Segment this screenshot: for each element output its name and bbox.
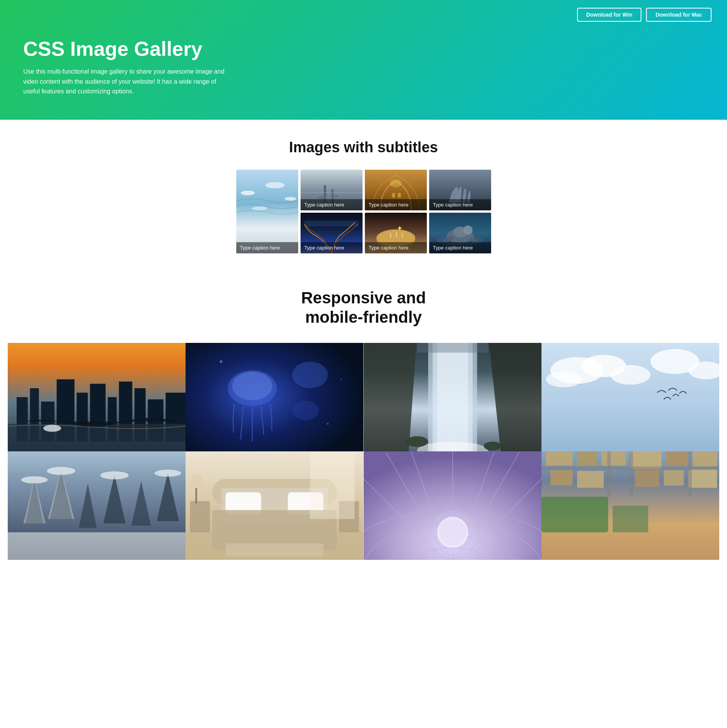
birds-sky-image <box>541 343 719 451</box>
svg-point-31 <box>463 225 473 235</box>
svg-rect-96 <box>226 543 324 556</box>
svg-point-113 <box>430 510 475 554</box>
svg-rect-13 <box>392 193 395 198</box>
svg-rect-115 <box>541 497 608 532</box>
svg-point-9 <box>332 195 339 197</box>
jellyfish-image <box>186 343 363 451</box>
gallery-caption-7: Type caption here <box>429 242 491 253</box>
mosaic-grid <box>8 343 719 560</box>
page-header: Download for Win Download for Mac CSS Im… <box>0 0 727 120</box>
svg-point-84 <box>155 470 181 477</box>
mosaic-item-city-aerial[interactable] <box>541 451 719 560</box>
mosaic-item-birds-sky[interactable] <box>541 343 719 451</box>
svg-point-83 <box>100 471 129 479</box>
svg-point-82 <box>47 467 75 475</box>
gallery-section: Images with subtitles <box>0 120 727 269</box>
svg-point-23 <box>399 227 401 229</box>
svg-point-8 <box>317 196 327 199</box>
svg-point-51 <box>292 361 328 388</box>
gallery-item-1[interactable]: Type caption here <box>236 170 298 253</box>
city-sunset-image <box>8 343 186 451</box>
svg-rect-122 <box>693 451 717 466</box>
svg-rect-127 <box>688 469 717 487</box>
aerial-ocean-image <box>236 170 298 253</box>
svg-rect-121 <box>666 451 688 466</box>
svg-rect-94 <box>196 488 198 503</box>
gallery-item-2[interactable]: Type caption here <box>301 170 363 210</box>
gallery-item-6[interactable]: Type caption here <box>365 213 427 253</box>
svg-rect-48 <box>186 343 363 451</box>
mosaic-item-dome[interactable] <box>364 451 541 560</box>
svg-point-12 <box>390 179 402 187</box>
svg-point-2 <box>265 182 285 188</box>
svg-rect-126 <box>663 470 684 485</box>
gallery-caption-6: Type caption here <box>365 242 427 253</box>
mosaic-item-snowy-forest[interactable] <box>8 451 186 560</box>
svg-rect-116 <box>612 506 648 532</box>
gallery-caption-3: Type caption here <box>365 199 427 210</box>
svg-rect-125 <box>635 469 659 487</box>
svg-point-67 <box>610 365 650 385</box>
mosaic-item-bedroom[interactable] <box>186 451 363 560</box>
svg-rect-117 <box>546 451 572 466</box>
gallery-item-7[interactable]: Type caption here <box>429 213 491 253</box>
svg-rect-118 <box>577 451 597 466</box>
svg-rect-119 <box>602 451 626 466</box>
page-title: CSS Image Gallery <box>23 37 712 60</box>
dome-image <box>364 451 541 560</box>
svg-rect-63 <box>417 343 488 353</box>
svg-rect-59 <box>437 343 468 451</box>
svg-rect-26 <box>402 233 403 238</box>
gallery-item-4[interactable]: Type caption here <box>429 170 491 210</box>
header-content: CSS Image Gallery Use this multi-functio… <box>15 37 712 96</box>
svg-point-62 <box>483 441 501 450</box>
svg-point-81 <box>21 476 48 483</box>
mosaic-item-jellyfish[interactable] <box>186 343 363 451</box>
svg-rect-25 <box>396 232 397 238</box>
svg-rect-14 <box>398 193 401 198</box>
svg-rect-124 <box>577 471 604 488</box>
svg-point-4 <box>252 207 267 210</box>
responsive-section: Responsive andmobile-friendly <box>0 269 727 560</box>
gallery-caption-5: Type caption here <box>301 242 363 253</box>
bedroom-image <box>186 451 363 560</box>
svg-point-53 <box>220 360 223 363</box>
gallery-caption-2: Type caption here <box>301 199 363 210</box>
gallery-item-5[interactable]: Type caption here <box>301 213 363 253</box>
svg-rect-129 <box>607 451 611 497</box>
svg-rect-97 <box>310 452 355 519</box>
gallery-item-3[interactable]: Type caption here <box>365 170 427 210</box>
svg-rect-17 <box>304 220 359 226</box>
gallery-caption-4: Type caption here <box>429 199 491 210</box>
svg-point-52 <box>292 401 319 420</box>
svg-rect-0 <box>236 170 298 253</box>
svg-point-3 <box>285 197 296 201</box>
svg-rect-130 <box>629 451 633 497</box>
mosaic-item-waterfall[interactable] <box>364 343 541 451</box>
mosaic-item-city-sunset[interactable] <box>8 343 186 451</box>
gallery-section-title: Images with subtitles <box>8 139 719 156</box>
gallery-grid: Type caption here <box>8 170 719 253</box>
svg-rect-10 <box>301 192 363 193</box>
svg-rect-24 <box>390 233 391 238</box>
city-aerial-image <box>541 451 719 560</box>
gallery-caption-1: Type caption here <box>236 242 298 253</box>
svg-point-68 <box>546 371 581 387</box>
svg-point-61 <box>406 436 428 447</box>
svg-rect-123 <box>550 470 572 485</box>
waterfall-image <box>364 343 541 451</box>
svg-point-54 <box>327 423 329 425</box>
svg-rect-131 <box>688 451 692 497</box>
responsive-section-title: Responsive andmobile-friendly <box>8 288 719 327</box>
snowy-forest-image <box>8 451 186 560</box>
download-mac-button[interactable]: Download for Mac <box>646 8 712 22</box>
svg-point-50 <box>232 372 272 400</box>
svg-rect-92 <box>190 501 210 532</box>
svg-point-55 <box>340 378 342 380</box>
svg-point-47 <box>43 425 61 432</box>
svg-rect-80 <box>8 532 186 559</box>
download-win-button[interactable]: Download for Win <box>577 8 642 22</box>
svg-point-1 <box>241 191 255 195</box>
header-description: Use this multi-functional image gallery … <box>23 67 232 96</box>
header-nav: Download for Win Download for Mac <box>15 8 712 22</box>
